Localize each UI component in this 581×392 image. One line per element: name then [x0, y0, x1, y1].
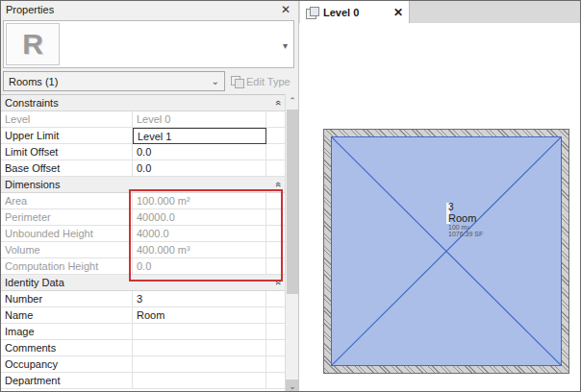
- property-row: Occupancy: [1, 356, 285, 373]
- view-tab-bar: Level 0 ✕: [299, 1, 581, 23]
- property-extra-cell: [266, 324, 285, 340]
- property-value: 40000.0: [133, 209, 266, 226]
- edit-type-label: Edit Type: [246, 76, 290, 87]
- property-row: Volume400.000 m³: [1, 242, 285, 258]
- property-value[interactable]: [133, 373, 266, 389]
- type-thumbnail: R: [6, 23, 60, 65]
- edit-type-button[interactable]: Edit Type: [231, 71, 296, 91]
- property-extra-cell: [266, 307, 285, 324]
- property-label: Name: [1, 307, 133, 324]
- tab-level-0[interactable]: Level 0 ✕: [300, 1, 410, 23]
- property-row: Perimeter40000.0: [1, 209, 285, 226]
- property-extra-cell: [266, 144, 285, 160]
- collapse-section-icon[interactable]: «: [273, 280, 283, 285]
- property-row: Number3: [1, 291, 285, 307]
- tab-close-icon[interactable]: ✕: [393, 6, 403, 19]
- property-extra-cell: [266, 209, 285, 226]
- properties-panel: Properties ✕ R ▾ Rooms (1) ⌄ Edit Type C…: [1, 1, 298, 392]
- property-row: Computation Height0.0: [1, 258, 285, 275]
- property-label: Base Offset: [1, 160, 133, 177]
- properties-titlebar: Properties ✕: [1, 1, 298, 18]
- property-extra-cell: [266, 340, 285, 356]
- revit-window: Properties ✕ R ▾ Rooms (1) ⌄ Edit Type C…: [0, 0, 581, 392]
- room-walls[interactable]: 3 Room 100 m² 1076.39 SF: [323, 129, 569, 374]
- property-value: 0.0: [133, 258, 266, 275]
- room-name-label: Room: [446, 213, 450, 225]
- collapse-section-icon[interactable]: «: [273, 182, 283, 187]
- type-selector-dropdown[interactable]: R ▾: [3, 20, 294, 68]
- chevron-down-icon[interactable]: ▾: [283, 40, 288, 51]
- property-extra-cell: [266, 291, 285, 307]
- properties-scrollbar[interactable]: ⌃ ⌄: [285, 94, 298, 392]
- floor-plan-icon: [306, 7, 318, 18]
- property-extra-cell: [266, 160, 285, 177]
- property-value[interactable]: Level 1: [133, 128, 266, 144]
- section-label: Constraints: [5, 97, 275, 109]
- property-value[interactable]: [133, 324, 266, 340]
- property-label: Unbounded Height: [1, 226, 133, 242]
- property-label: Computation Height: [1, 258, 133, 275]
- property-value: 100.000 m²: [133, 193, 266, 209]
- scroll-down-icon[interactable]: ⌄: [286, 380, 299, 392]
- section-header[interactable]: Dimensions«: [1, 177, 285, 193]
- property-row: Unbounded Height4000.0: [1, 226, 285, 242]
- property-extra-cell: [266, 111, 285, 128]
- selection-filter-dropdown[interactable]: Rooms (1) ⌄: [3, 71, 225, 91]
- revit-logo-icon: R: [22, 28, 43, 61]
- property-label: Volume: [1, 242, 133, 258]
- property-row: Base Offset0.0: [1, 160, 285, 177]
- properties-grid: Constraints«LevelLevel 0Upper LimitLevel…: [1, 94, 285, 392]
- drawing-canvas[interactable]: 3 Room 100 m² 1076.39 SF: [299, 23, 581, 392]
- property-row: Upper LimitLevel 1: [1, 128, 285, 144]
- property-row: Image: [1, 324, 285, 340]
- selection-row: Rooms (1) ⌄ Edit Type: [1, 71, 298, 93]
- property-label: Department: [1, 373, 133, 389]
- property-value: Level 0: [133, 111, 266, 128]
- property-row: Department: [1, 373, 285, 389]
- tab-label: Level 0: [323, 7, 389, 18]
- property-extra-cell: [266, 373, 285, 389]
- collapse-section-icon[interactable]: «: [273, 100, 283, 106]
- property-label: Level: [1, 111, 133, 128]
- properties-title: Properties: [6, 4, 278, 15]
- property-label: Number: [1, 291, 133, 307]
- room-fill[interactable]: 3 Room 100 m² 1076.39 SF: [331, 136, 562, 366]
- property-value[interactable]: 3: [133, 291, 266, 307]
- properties-close-icon[interactable]: ✕: [278, 3, 293, 16]
- property-value: 4000.0: [133, 226, 266, 242]
- scroll-up-icon[interactable]: ⌃: [286, 94, 299, 108]
- property-row: LevelLevel 0: [1, 111, 285, 128]
- property-value[interactable]: 0.0: [133, 144, 266, 160]
- edit-type-icon: [231, 76, 242, 86]
- property-extra-cell: [266, 356, 285, 373]
- property-label: Perimeter: [1, 209, 133, 226]
- room-diagonals: [332, 137, 561, 365]
- view-pane: Level 0 ✕ 3 Room 100 m² 1076.39 SF: [298, 1, 581, 392]
- property-value[interactable]: [133, 340, 266, 356]
- section-label: Dimensions: [5, 179, 275, 190]
- property-value[interactable]: 0.0: [133, 160, 266, 177]
- property-label: Occupancy: [1, 356, 133, 373]
- property-extra-cell: [266, 242, 285, 258]
- property-label: Image: [1, 324, 133, 340]
- scrollbar-thumb[interactable]: [287, 110, 298, 294]
- property-extra-cell: [266, 128, 285, 144]
- property-extra-cell: [266, 226, 285, 242]
- property-value[interactable]: [133, 356, 266, 373]
- property-label: Limit Offset: [1, 144, 133, 160]
- property-extra-cell: [266, 258, 285, 275]
- property-label: Upper Limit: [1, 128, 133, 144]
- property-row: Comments: [1, 340, 285, 356]
- section-header[interactable]: Constraints«: [1, 95, 285, 111]
- property-row: Limit Offset0.0: [1, 144, 285, 160]
- section-header[interactable]: Identity Data«: [1, 275, 285, 291]
- chevron-down-icon: ⌄: [212, 76, 219, 86]
- property-row: NameRoom: [1, 307, 285, 324]
- property-label: Comments: [1, 340, 133, 356]
- selection-filter-label: Rooms (1): [9, 76, 212, 87]
- property-label: Area: [1, 193, 133, 209]
- property-value[interactable]: Room: [133, 307, 266, 324]
- property-extra-cell: [266, 193, 285, 209]
- property-value: 400.000 m³: [133, 242, 266, 258]
- property-row: Area100.000 m²: [1, 193, 285, 209]
